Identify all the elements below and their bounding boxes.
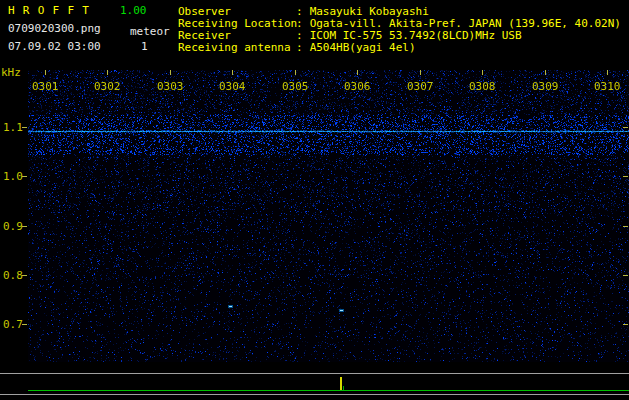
time-label: 0307 (407, 81, 434, 92)
mode-label: meteor (130, 26, 170, 37)
time-label: 0301 (32, 81, 59, 92)
info-label: Receiving antenna (178, 42, 296, 53)
time-label: 0302 (94, 81, 121, 92)
time-label: 0306 (344, 81, 371, 92)
level-baseline (28, 390, 629, 391)
freq-tick-right (623, 324, 628, 325)
time-tick (545, 70, 546, 75)
info-row-location: Receiving Location:Ogata-vill. Akita-Pre… (178, 18, 621, 29)
time-label: 0310 (594, 81, 621, 92)
time-tick (107, 70, 108, 75)
observation-datetime: 07.09.02 03:00 (8, 41, 101, 52)
freq-tick-left (22, 176, 27, 177)
freq-tick-right (623, 127, 628, 128)
freq-tick-left (22, 324, 27, 325)
signal-level-strip (0, 373, 629, 395)
info-row-observer: Observer:Masayuki Kobayashi (178, 6, 429, 17)
app-version: 1.00 (120, 5, 147, 16)
freq-tick-right (623, 176, 628, 177)
freq-tick-right (623, 275, 628, 276)
time-label: 0303 (157, 81, 184, 92)
info-row-receiver: Receiver:ICOM IC-575 53.7492(8LCD)MHz US… (178, 30, 522, 41)
time-tick (170, 70, 171, 75)
output-filename: 0709020300.png (8, 23, 101, 34)
spectrogram-canvas (28, 70, 629, 362)
time-label: 0309 (532, 81, 559, 92)
time-tick (295, 70, 296, 75)
level-spike (343, 386, 344, 390)
freq-unit-label: kHz (1, 67, 21, 78)
time-label: 0304 (219, 81, 246, 92)
time-tick (420, 70, 421, 75)
hrofft-screen: H R O F F T 1.00 0709020300.png meteor 0… (0, 0, 629, 400)
freq-label: 1.1 (3, 122, 23, 133)
freq-label: 1.0 (3, 171, 23, 182)
echo-count: 1 (141, 41, 148, 52)
time-label: 0308 (469, 81, 496, 92)
info-label: Observer (178, 6, 296, 17)
freq-tick-left (22, 127, 27, 128)
info-label: Receiver (178, 30, 296, 41)
freq-tick-right (623, 226, 628, 227)
time-tick (482, 70, 483, 75)
time-tick (45, 70, 46, 75)
level-spike (340, 377, 342, 390)
freq-label: 0.9 (3, 221, 23, 232)
info-label: Receiving Location (178, 18, 296, 29)
time-tick (232, 70, 233, 75)
info-value: A504HB(yagi 4el) (310, 41, 416, 54)
time-label: 0305 (282, 81, 309, 92)
freq-label: 0.8 (3, 270, 23, 281)
freq-label: 0.7 (3, 319, 23, 330)
freq-tick-left (22, 275, 27, 276)
time-tick (357, 70, 358, 75)
time-tick (607, 70, 608, 75)
freq-tick-left (22, 226, 27, 227)
info-separator: : (296, 41, 303, 54)
info-row-antenna: Receiving antenna:A504HB(yagi 4el) (178, 42, 416, 53)
app-title: H R O F F T (8, 5, 90, 16)
